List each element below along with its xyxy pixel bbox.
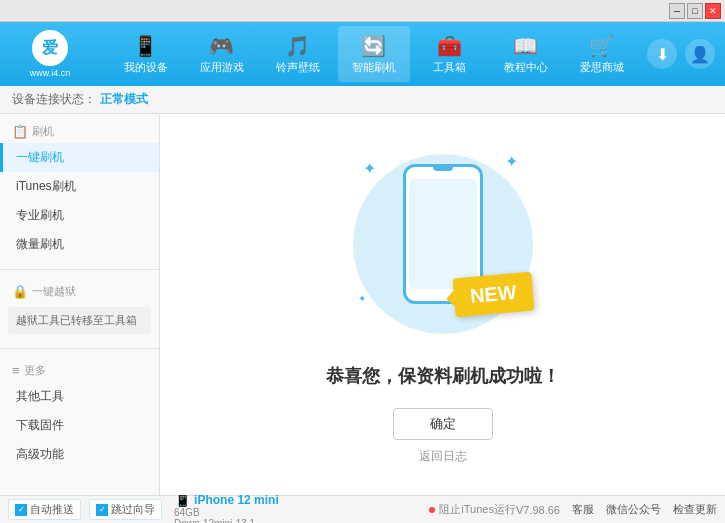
sparkle-1: ✦ (363, 159, 376, 178)
phone-notch (433, 165, 453, 171)
main-layout: 📋 刷机 一键刷机 iTunes刷机 专业刷机 微量刷机 🔒 一键越狱 (0, 114, 725, 495)
support-link[interactable]: 客服 (572, 502, 594, 517)
download-btn[interactable]: ⬇ (647, 39, 677, 69)
more-group-title: ≡ 更多 (0, 359, 159, 382)
success-text: 恭喜您，保资料刷机成功啦！ (326, 364, 560, 388)
device-model: Down-12mini-13,1 (174, 518, 279, 524)
logo-icon: 爱 (32, 30, 68, 66)
flash-section: 📋 刷机 一键刷机 iTunes刷机 专业刷机 微量刷机 (0, 114, 159, 265)
auto-push-checkbox-label[interactable]: ✓ 自动推送 (8, 499, 81, 520)
status-label: 设备连接状态： (12, 91, 96, 108)
nav-item-store[interactable]: 🛒 爱思商城 (566, 26, 638, 82)
advanced-label: 高级功能 (16, 447, 64, 461)
itunes-flash-label: iTunes刷机 (16, 179, 76, 193)
more-section: ≡ 更多 其他工具 下载固件 高级功能 (0, 353, 159, 475)
skip-wizard-checkbox-label[interactable]: ✓ 跳过向导 (89, 499, 162, 520)
content-area: ✦ ✦ ✦ NEW 恭喜您，保资料刷机成功啦！ 确定 返回日志 (160, 114, 725, 495)
apps-icon: 🎮 (209, 34, 234, 58)
confirm-button[interactable]: 确定 (393, 408, 493, 440)
logo: 爱 www.i4.cn (10, 29, 90, 79)
status-bar: 设备连接状态： 正常模式 (0, 86, 725, 114)
jailbreak-notice-text: 越狱工具已转移至工具箱 (16, 314, 137, 326)
skip-wizard-checkbox[interactable]: ✓ (96, 504, 108, 516)
nav-right: ⬇ 👤 (647, 39, 715, 69)
jailbreak-section: 🔒 一键越狱 越狱工具已转移至工具箱 (0, 274, 159, 344)
nav-item-smart-flash[interactable]: 🔄 智能刷机 (338, 26, 410, 82)
sidebar-item-itunes-flash[interactable]: iTunes刷机 (0, 172, 159, 201)
tutorials-icon: 📖 (513, 34, 538, 58)
sparkle-2: ✦ (505, 152, 518, 171)
wechat-link[interactable]: 微信公众号 (606, 502, 661, 517)
itunes-status: 阻止iTunes运行 (429, 502, 516, 517)
sidebar-item-one-click-flash[interactable]: 一键刷机 (0, 143, 159, 172)
sidebar-divider-2 (0, 348, 159, 349)
phone-screen (409, 179, 477, 289)
smart-flash-icon: 🔄 (361, 34, 386, 58)
logo-text: www.i4.cn (30, 68, 71, 78)
nav-item-tools[interactable]: 🧰 工具箱 (414, 26, 486, 82)
phone-illustration: ✦ ✦ ✦ NEW (343, 144, 543, 344)
nav-item-ringtones[interactable]: 🎵 铃声壁纸 (262, 26, 334, 82)
ringtones-icon: 🎵 (285, 34, 310, 58)
pro-flash-label: 专业刷机 (16, 208, 64, 222)
nav-item-my-device-label: 我的设备 (124, 60, 168, 75)
auto-push-checkbox[interactable]: ✓ (15, 504, 27, 516)
top-nav: 爱 www.i4.cn 📱 我的设备 🎮 应用游戏 🎵 铃声壁纸 🔄 智能刷机 … (0, 22, 725, 86)
sidebar-item-download-fw[interactable]: 下载固件 (0, 411, 159, 440)
go-back-link[interactable]: 返回日志 (419, 448, 467, 465)
update-link[interactable]: 检查更新 (673, 502, 717, 517)
tools-icon: 🧰 (437, 34, 462, 58)
sparkle-3: ✦ (358, 293, 366, 304)
nav-item-apps-label: 应用游戏 (200, 60, 244, 75)
lock-icon: 🔒 (12, 284, 28, 299)
my-device-icon: 📱 (133, 34, 158, 58)
nav-item-my-device[interactable]: 📱 我的设备 (110, 26, 182, 82)
jailbreak-notice: 越狱工具已转移至工具箱 (8, 307, 151, 334)
sidebar-divider-1 (0, 269, 159, 270)
close-btn[interactable]: ✕ (705, 3, 721, 19)
version-label: V7.98.66 (516, 504, 560, 516)
sidebar-item-other-tools[interactable]: 其他工具 (0, 382, 159, 411)
device-storage: 64GB (174, 507, 279, 518)
sidebar-item-data-flash[interactable]: 微量刷机 (0, 230, 159, 259)
nav-item-tutorials-label: 教程中心 (504, 60, 548, 75)
data-flash-label: 微量刷机 (16, 237, 64, 251)
user-btn[interactable]: 👤 (685, 39, 715, 69)
nav-item-apps[interactable]: 🎮 应用游戏 (186, 26, 258, 82)
device-info: 📱 iPhone 12 mini 64GB Down-12mini-13,1 (174, 491, 279, 524)
itunes-status-dot (429, 507, 435, 513)
new-badge: NEW (452, 272, 534, 318)
skip-wizard-label: 跳过向导 (111, 502, 155, 517)
nav-item-ringtones-label: 铃声壁纸 (276, 60, 320, 75)
nav-item-store-label: 爱思商城 (580, 60, 624, 75)
title-bar: ─ □ ✕ (0, 0, 725, 22)
store-icon: 🛒 (589, 34, 614, 58)
bottom-left: ✓ 自动推送 ✓ 跳过向导 📱 iPhone 12 mini 64GB Down… (8, 491, 429, 524)
more-section-label: 更多 (24, 363, 46, 378)
flash-section-icon: 📋 (12, 124, 28, 139)
nav-item-tutorials[interactable]: 📖 教程中心 (490, 26, 562, 82)
bottom-bar: ✓ 自动推送 ✓ 跳过向导 📱 iPhone 12 mini 64GB Down… (0, 495, 725, 523)
maximize-btn[interactable]: □ (687, 3, 703, 19)
nav-item-tools-label: 工具箱 (433, 60, 466, 75)
more-icon: ≡ (12, 363, 20, 378)
sidebar: 📋 刷机 一键刷机 iTunes刷机 专业刷机 微量刷机 🔒 一键越狱 (0, 114, 160, 495)
nav-item-smart-flash-label: 智能刷机 (352, 60, 396, 75)
nav-items: 📱 我的设备 🎮 应用游戏 🎵 铃声壁纸 🔄 智能刷机 🧰 工具箱 📖 教程中心… (100, 26, 647, 82)
confirm-button-label: 确定 (430, 415, 456, 433)
bottom-right: V7.98.66 客服 微信公众号 检查更新 (516, 502, 717, 517)
download-fw-label: 下载固件 (16, 418, 64, 432)
jailbreak-label: 一键越狱 (32, 284, 76, 299)
sidebar-item-pro-flash[interactable]: 专业刷机 (0, 201, 159, 230)
one-click-flash-label: 一键刷机 (16, 150, 64, 164)
status-value: 正常模式 (100, 91, 148, 108)
auto-push-label: 自动推送 (30, 502, 74, 517)
jailbreak-group-title: 🔒 一键越狱 (0, 280, 159, 303)
sidebar-item-advanced[interactable]: 高级功能 (0, 440, 159, 469)
flash-group-title: 📋 刷机 (0, 120, 159, 143)
flash-section-label: 刷机 (32, 124, 54, 139)
itunes-status-text: 阻止iTunes运行 (439, 502, 516, 517)
minimize-btn[interactable]: ─ (669, 3, 685, 19)
other-tools-label: 其他工具 (16, 389, 64, 403)
